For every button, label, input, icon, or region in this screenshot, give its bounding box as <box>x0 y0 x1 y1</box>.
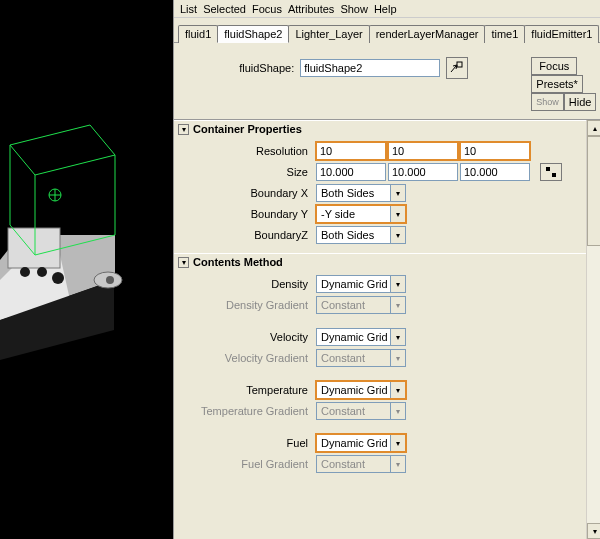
velocity-dropdown[interactable]: Dynamic Grid▾ <box>316 328 406 346</box>
menu-focus[interactable]: Focus <box>252 3 282 15</box>
density-label: Density <box>178 278 314 290</box>
section-container-body: Resolution Size <box>174 137 586 253</box>
menu-list[interactable]: List <box>180 3 197 15</box>
tab-fluid1[interactable]: fluid1 <box>178 25 218 43</box>
temperature-label: Temperature <box>178 384 314 396</box>
section-container-header[interactable]: ▾ Container Properties <box>174 120 586 137</box>
hide-button[interactable]: Hide <box>564 93 597 111</box>
section-contents-body: Density Dynamic Grid▾ Density Gradient C… <box>174 270 586 482</box>
tab-fluidshape2[interactable]: fluidShape2 <box>217 25 289 43</box>
boundaryz-dropdown[interactable]: Both Sides▾ <box>316 226 406 244</box>
fuel-gradient-dropdown: Constant▾ <box>316 455 406 473</box>
velocity-gradient-dropdown: Constant▾ <box>316 349 406 367</box>
show-button[interactable]: Show <box>531 93 564 111</box>
chevron-down-icon: ▾ <box>390 206 405 222</box>
density-dropdown[interactable]: Dynamic Grid▾ <box>316 275 406 293</box>
chevron-down-icon: ▾ <box>390 227 405 243</box>
temperature-gradient-dropdown: Constant▾ <box>316 402 406 420</box>
boundaryx-label: Boundary X <box>178 187 314 199</box>
velocity-gradient-label: Velocity Gradient <box>178 352 314 364</box>
boundaryy-label: Boundary Y <box>178 208 314 220</box>
section-contents-title: Contents Method <box>193 256 283 268</box>
focus-button[interactable]: Focus <box>531 57 577 75</box>
chevron-down-icon: ▾ <box>390 456 405 472</box>
disclose-icon: ▾ <box>178 124 189 135</box>
svg-point-2 <box>37 267 47 277</box>
chevron-down-icon: ▾ <box>390 185 405 201</box>
fuel-label: Fuel <box>178 437 314 449</box>
scroll-body: ▾ Container Properties Resolution Size <box>174 120 600 539</box>
swatch-icon <box>545 166 557 178</box>
tab-row: fluid1 fluidShape2 Lighter_Layer renderL… <box>174 18 600 43</box>
size-z[interactable] <box>460 163 530 181</box>
tab-time1[interactable]: time1 <box>484 25 525 43</box>
menu-attributes[interactable]: Attributes <box>288 3 334 15</box>
velocity-label: Velocity <box>178 331 314 343</box>
chevron-down-icon: ▾ <box>390 382 405 398</box>
scroll-thumb[interactable] <box>587 136 600 246</box>
resolution-label: Resolution <box>178 145 314 157</box>
resolution-x[interactable] <box>316 142 386 160</box>
resolution-z[interactable] <box>460 142 530 160</box>
boundaryz-label: BoundaryZ <box>178 229 314 241</box>
svg-rect-0 <box>8 228 60 268</box>
svg-line-7 <box>35 155 115 175</box>
chevron-down-icon: ▾ <box>390 329 405 345</box>
svg-point-1 <box>20 267 30 277</box>
fluidshape-input[interactable] <box>300 59 440 77</box>
temperature-gradient-label: Temperature Gradient <box>178 405 314 417</box>
temperature-dropdown[interactable]: Dynamic Grid▾ <box>316 381 406 399</box>
attribute-editor: List Selected Focus Attributes Show Help… <box>174 0 600 539</box>
size-swatch-button[interactable] <box>540 163 562 181</box>
chevron-down-icon: ▾ <box>390 276 405 292</box>
svg-rect-12 <box>457 62 462 67</box>
menubar: List Selected Focus Attributes Show Help <box>174 0 600 18</box>
resolution-y[interactable] <box>388 142 458 160</box>
boundaryx-dropdown[interactable]: Both Sides▾ <box>316 184 406 202</box>
density-gradient-dropdown: Constant▾ <box>316 296 406 314</box>
viewport-3d[interactable] <box>0 0 174 539</box>
scroll-up-button[interactable]: ▴ <box>587 120 600 136</box>
svg-rect-14 <box>552 173 556 177</box>
presets-button[interactable]: Presets* <box>531 75 583 93</box>
svg-rect-13 <box>546 167 550 171</box>
chevron-down-icon: ▾ <box>390 297 405 313</box>
tab-fluidemitter1[interactable]: fluidEmitter1 <box>524 25 599 43</box>
fluidshape-label: fluidShape: <box>239 62 294 74</box>
select-node-icon <box>450 61 464 75</box>
svg-point-5 <box>106 276 114 284</box>
menu-selected[interactable]: Selected <box>203 3 246 15</box>
fuel-dropdown[interactable]: Dynamic Grid▾ <box>316 434 406 452</box>
fuel-gradient-label: Fuel Gradient <box>178 458 314 470</box>
size-label: Size <box>178 166 314 178</box>
scroll-down-button[interactable]: ▾ <box>587 523 600 539</box>
svg-line-6 <box>10 145 35 175</box>
chevron-down-icon: ▾ <box>390 350 405 366</box>
density-gradient-label: Density Gradient <box>178 299 314 311</box>
boundaryy-dropdown[interactable]: -Y side▾ <box>316 205 406 223</box>
size-x[interactable] <box>316 163 386 181</box>
disclose-icon: ▾ <box>178 257 189 268</box>
chevron-down-icon: ▾ <box>390 435 405 451</box>
size-y[interactable] <box>388 163 458 181</box>
header: fluidShape: Focus Presets* Show Hide <box>174 43 600 120</box>
select-node-button[interactable] <box>446 57 468 79</box>
menu-help[interactable]: Help <box>374 3 397 15</box>
menu-show[interactable]: Show <box>340 3 368 15</box>
svg-point-3 <box>52 272 64 284</box>
tab-renderlayermanager[interactable]: renderLayerManager <box>369 25 486 43</box>
tab-lighter-layer[interactable]: Lighter_Layer <box>288 25 369 43</box>
chevron-down-icon: ▾ <box>390 403 405 419</box>
scrollbar-vertical[interactable]: ▴ ▾ <box>586 120 600 539</box>
section-container-title: Container Properties <box>193 123 302 135</box>
section-contents-header[interactable]: ▾ Contents Method <box>174 253 586 270</box>
